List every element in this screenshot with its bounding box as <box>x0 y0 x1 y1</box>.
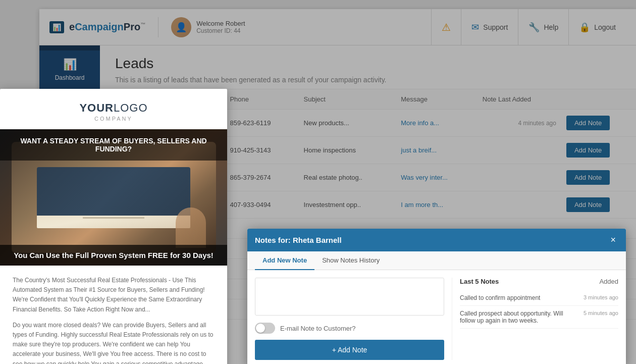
ad-banner-headline: WANT A STEADY STREAM OF BUYERS, SELLERS … <box>0 129 227 161</box>
notes-right-title: Last 5 Notes <box>460 278 499 285</box>
note-item: Called prospect about opportunity. Will … <box>460 306 618 329</box>
note-time: 3 minutes ago <box>584 294 618 300</box>
notes-modal-title: Notes for: Rheta Barnell <box>255 236 342 244</box>
notes-close-button[interactable]: × <box>608 235 618 245</box>
notes-body: E-mail Note to Customer? + Add Note Last… <box>247 270 626 364</box>
ad-logo-your: YOUR <box>79 101 114 114</box>
toggle-knob <box>256 324 265 333</box>
ad-logo: YOURLOGO COMPANY <box>0 89 227 129</box>
ad-panel: YOURLOGO COMPANY WANT A STEADY STREAM OF… <box>0 89 227 364</box>
notes-email-row: E-mail Note to Customer? <box>255 323 444 334</box>
note-time: 5 minutes ago <box>584 310 618 316</box>
note-text: Called prospect about opportunity. Will … <box>460 310 578 324</box>
tab-add-note[interactable]: Add New Note <box>255 251 314 270</box>
ad-logo-company: COMPANY <box>10 116 217 122</box>
tab-show-history[interactable]: Show Notes History <box>314 251 387 270</box>
ad-body: The Country's Most Successful Real Estat… <box>0 266 227 364</box>
notes-left: E-mail Note to Customer? + Add Note <box>255 278 444 360</box>
notes-right-added: Added <box>599 278 618 285</box>
notes-right-header: Last 5 Notes Added <box>460 278 618 285</box>
add-note-submit-button[interactable]: + Add Note <box>255 340 444 360</box>
notes-modal-header: Notes for: Rheta Barnell × <box>247 229 626 251</box>
notes-modal: Notes for: Rheta Barnell × Add New Note … <box>247 229 626 364</box>
ad-banner: WANT A STEADY STREAM OF BUYERS, SELLERS … <box>0 129 227 266</box>
email-toggle[interactable] <box>255 323 275 334</box>
notes-right: Last 5 Notes Added Called to confirm app… <box>452 278 618 360</box>
ad-logo-title: YOURLOGO <box>10 101 217 115</box>
note-textarea[interactable] <box>255 278 444 316</box>
note-text: Called to confirm appointment <box>460 294 578 301</box>
email-toggle-label: E-mail Note to Customer? <box>280 325 356 332</box>
ad-body-text1: The Country's Most Successful Real Estat… <box>13 276 215 315</box>
notes-tabs: Add New Note Show Notes History <box>247 251 626 270</box>
ad-logo-logo: LOGO <box>114 101 148 114</box>
ad-body-text2: Do you want more closed deals? We can pr… <box>13 321 215 364</box>
ad-banner-subtext: You Can Use the Full Proven System FREE … <box>0 245 227 266</box>
note-item: Called to confirm appointment 3 minutes … <box>460 290 618 306</box>
